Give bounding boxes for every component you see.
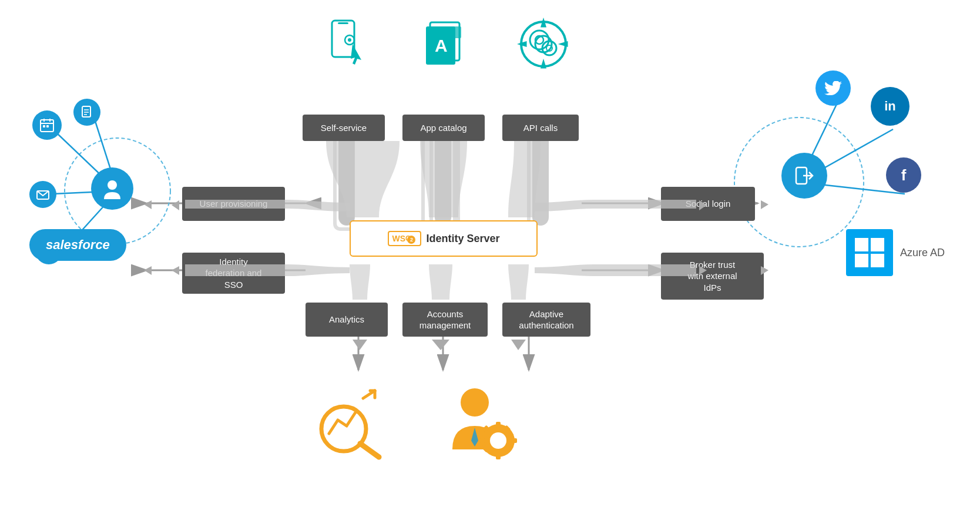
azure-ad-container: Azure AD: [846, 229, 945, 276]
svg-rect-57: [855, 254, 868, 267]
facebook-node: f: [886, 157, 921, 193]
accounts-management-label: Accountsmanagement: [402, 303, 488, 337]
app-catalog-label: App catalog: [402, 115, 485, 141]
salesforce-logo: salesforce: [29, 229, 126, 261]
calendar-node: [32, 110, 62, 140]
svg-point-40: [108, 180, 117, 190]
svg-point-36: [530, 31, 549, 49]
svg-rect-71: [511, 438, 517, 443]
svg-rect-47: [82, 106, 90, 117]
self-service-label: Self-service: [303, 115, 385, 141]
api-calls-icon: [511, 12, 576, 76]
svg-rect-45: [43, 125, 45, 127]
document-node: [73, 99, 100, 126]
user-settings-bottom-icon: [441, 382, 523, 464]
social-login-label: Social login: [661, 187, 755, 221]
analytics-label: Analytics: [306, 303, 388, 337]
email-node: [29, 181, 56, 208]
svg-rect-68: [496, 422, 501, 428]
self-service-icon: [317, 18, 376, 82]
identity-federation-label: Identityfederation andSSO: [182, 253, 285, 294]
svg-rect-69: [496, 454, 501, 459]
diagram-container: A Self-service App catalog AP: [0, 0, 980, 507]
svg-point-29: [348, 38, 351, 42]
svg-point-67: [490, 432, 506, 449]
broker-trust-label: Broker trustwith externalIdPs: [661, 253, 764, 300]
app-catalog-icon: A: [411, 12, 476, 76]
svg-text:A: A: [435, 36, 448, 55]
svg-line-60: [360, 444, 379, 457]
wso2-identity-server-box: WS O 2 Identity Server: [350, 220, 538, 257]
user-center-node: [91, 167, 133, 210]
svg-rect-56: [871, 238, 884, 251]
svg-rect-26: [332, 21, 354, 57]
api-calls-label: API calls: [502, 115, 579, 141]
svg-rect-46: [46, 125, 49, 127]
svg-rect-58: [871, 254, 884, 267]
analytics-bottom-icon: [311, 388, 388, 464]
svg-rect-55: [855, 238, 868, 251]
user-provisioning-label: User provisioning: [182, 187, 285, 221]
linkedin-node: in: [871, 87, 909, 126]
svg-point-64: [461, 388, 489, 417]
azure-logo: [846, 229, 893, 276]
adaptive-authentication-label: Adaptiveauthentication: [502, 303, 590, 337]
identity-server-text: Identity Server: [426, 233, 499, 245]
twitter-node: [815, 70, 851, 106]
azure-ad-label: Azure AD: [900, 247, 945, 259]
svg-rect-33: [449, 26, 461, 38]
social-login-center-node: [781, 153, 827, 199]
svg-rect-27: [338, 22, 348, 24]
svg-rect-70: [479, 438, 485, 443]
